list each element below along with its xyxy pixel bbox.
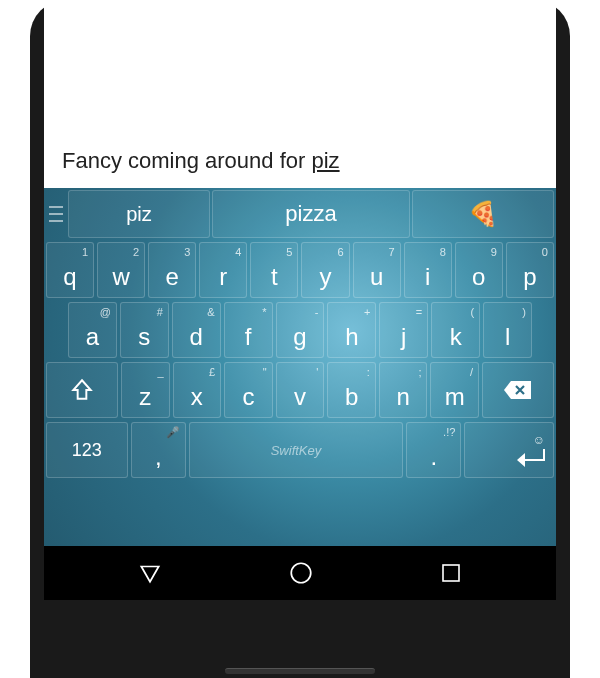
key-hint: : bbox=[367, 366, 370, 378]
text-composing: piz bbox=[311, 148, 339, 173]
key-hint: 0 bbox=[542, 246, 548, 258]
key-hint: 8 bbox=[440, 246, 446, 258]
key-hint: 3 bbox=[184, 246, 190, 258]
key-j[interactable]: =j bbox=[379, 302, 428, 358]
key-hint: # bbox=[157, 306, 163, 318]
key-w[interactable]: 2w bbox=[97, 242, 145, 298]
svg-point-0 bbox=[291, 563, 311, 583]
key-c[interactable]: "c bbox=[224, 362, 273, 418]
key-t[interactable]: 5t bbox=[250, 242, 298, 298]
period-key[interactable]: .!? . bbox=[406, 422, 461, 478]
enter-key[interactable]: ☺ bbox=[464, 422, 554, 478]
smile-icon: ☺ bbox=[533, 433, 545, 447]
home-button[interactable] bbox=[288, 560, 314, 586]
key-hint: @ bbox=[100, 306, 111, 318]
typed-text: Fancy coming around for piz bbox=[62, 148, 340, 174]
speaker-grille bbox=[225, 668, 375, 674]
keyboard: piz pizza 🍕 1q2w3e4r5t6y7u8i9o0p @a#s&d*… bbox=[44, 188, 556, 546]
key-s[interactable]: #s bbox=[120, 302, 169, 358]
key-e[interactable]: 3e bbox=[148, 242, 196, 298]
key-m[interactable]: /m bbox=[430, 362, 479, 418]
space-key[interactable]: SwiftKey bbox=[189, 422, 403, 478]
key-p[interactable]: 0p bbox=[506, 242, 554, 298]
key-hint: & bbox=[207, 306, 214, 318]
brand-label: SwiftKey bbox=[271, 443, 322, 458]
home-icon bbox=[288, 560, 314, 586]
key-hint: ; bbox=[418, 366, 421, 378]
svg-rect-1 bbox=[443, 565, 459, 581]
key-hint: 9 bbox=[491, 246, 497, 258]
backspace-key[interactable] bbox=[482, 362, 554, 418]
key-i[interactable]: 8i bbox=[404, 242, 452, 298]
suggestion-center[interactable]: pizza bbox=[212, 190, 410, 238]
key-hint: 5 bbox=[286, 246, 292, 258]
key-hint: 7 bbox=[389, 246, 395, 258]
backspace-icon bbox=[503, 379, 533, 401]
key-row-3: _z£x"c'v:b;n/m bbox=[46, 362, 554, 418]
back-icon bbox=[137, 560, 163, 586]
key-g[interactable]: -g bbox=[276, 302, 325, 358]
key-hint: - bbox=[315, 306, 319, 318]
key-hint: = bbox=[416, 306, 422, 318]
android-navbar bbox=[44, 546, 556, 600]
suggestion-emoji[interactable]: 🍕 bbox=[412, 190, 554, 238]
key-hint: _ bbox=[157, 366, 163, 378]
text-committed: Fancy coming around for bbox=[62, 148, 311, 173]
key-l[interactable]: )l bbox=[483, 302, 532, 358]
key-v[interactable]: 'v bbox=[276, 362, 325, 418]
period-hint: .!? bbox=[443, 426, 455, 438]
suggestion-bar: piz pizza 🍕 bbox=[46, 190, 554, 238]
key-n[interactable]: ;n bbox=[379, 362, 428, 418]
key-hint: ' bbox=[316, 366, 318, 378]
key-row-2: @a#s&d*f-g+h=j(k)l bbox=[46, 302, 554, 358]
key-hint: £ bbox=[209, 366, 215, 378]
key-y[interactable]: 6y bbox=[301, 242, 349, 298]
key-hint: + bbox=[364, 306, 370, 318]
key-o[interactable]: 9o bbox=[455, 242, 503, 298]
key-hint: " bbox=[263, 366, 267, 378]
numbers-key[interactable]: 123 bbox=[46, 422, 128, 478]
key-hint: 1 bbox=[82, 246, 88, 258]
suggestion-left[interactable]: piz bbox=[68, 190, 210, 238]
key-u[interactable]: 7u bbox=[353, 242, 401, 298]
enter-icon bbox=[517, 449, 545, 467]
key-hint: 4 bbox=[235, 246, 241, 258]
key-hint: 2 bbox=[133, 246, 139, 258]
key-hint: / bbox=[470, 366, 473, 378]
back-button[interactable] bbox=[137, 560, 163, 586]
key-row-4: 123 🎤 , SwiftKey .!? . ☺ bbox=[46, 422, 554, 478]
key-x[interactable]: £x bbox=[173, 362, 222, 418]
key-d[interactable]: &d bbox=[172, 302, 221, 358]
shift-icon bbox=[69, 377, 95, 403]
key-hint: * bbox=[262, 306, 266, 318]
key-b[interactable]: :b bbox=[327, 362, 376, 418]
key-a[interactable]: @a bbox=[68, 302, 117, 358]
phone-frame: Fancy coming around for piz piz pizza 🍕 … bbox=[30, 0, 570, 678]
mic-icon: 🎤 bbox=[166, 426, 180, 439]
key-k[interactable]: (k bbox=[431, 302, 480, 358]
key-row-1: 1q2w3e4r5t6y7u8i9o0p bbox=[46, 242, 554, 298]
recents-icon bbox=[439, 561, 463, 585]
shift-key[interactable] bbox=[46, 362, 118, 418]
text-input-area[interactable]: Fancy coming around for piz bbox=[44, 0, 556, 188]
key-q[interactable]: 1q bbox=[46, 242, 94, 298]
comma-key[interactable]: 🎤 , bbox=[131, 422, 186, 478]
key-hint: ) bbox=[522, 306, 526, 318]
screen: Fancy coming around for piz piz pizza 🍕 … bbox=[44, 0, 556, 600]
key-h[interactable]: +h bbox=[327, 302, 376, 358]
hamburger-icon[interactable] bbox=[46, 190, 66, 238]
key-hint: ( bbox=[470, 306, 474, 318]
key-z[interactable]: _z bbox=[121, 362, 170, 418]
key-f[interactable]: *f bbox=[224, 302, 273, 358]
key-r[interactable]: 4r bbox=[199, 242, 247, 298]
recents-button[interactable] bbox=[439, 561, 463, 585]
key-hint: 6 bbox=[337, 246, 343, 258]
